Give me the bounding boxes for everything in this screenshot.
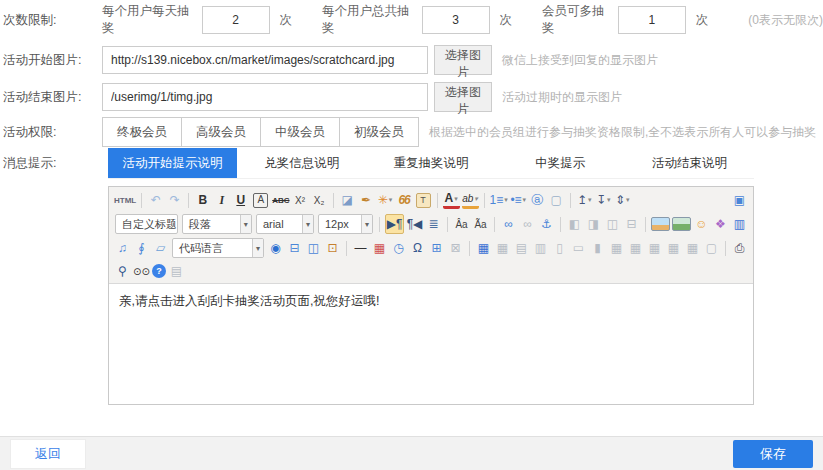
font-color-icon[interactable]: A▾ <box>443 192 460 209</box>
member-middle-button[interactable]: 中级会员 <box>260 117 340 147</box>
italic-icon[interactable]: I <box>213 191 230 209</box>
template-icon[interactable]: ⊡ <box>324 239 341 257</box>
editor-toolbar: HTML↶↷BIUAABCX²X₂◪✒✳▾66TA▾ab▾1≡▾•≡▾ⓐ▢↥▾↧… <box>109 187 753 284</box>
insert-image-icon[interactable] <box>651 217 670 231</box>
horizontal-rule-icon[interactable]: — <box>352 239 369 257</box>
insert-table-icon[interactable]: ▦ <box>475 239 492 257</box>
paragraph-select[interactable]: 段落▾ <box>182 214 252 234</box>
font-family-select[interactable]: arial▾ <box>256 214 314 234</box>
permission-label: 活动权限: <box>0 124 102 141</box>
member-extra-draw-input[interactable] <box>618 6 686 34</box>
calendar-icon[interactable]: ▦ <box>371 239 388 257</box>
tab-win-tip[interactable]: 中奖提示 <box>496 148 625 178</box>
member-junior-button[interactable]: 初级会员 <box>339 117 419 147</box>
top-spacing-icon[interactable]: ↥▾ <box>576 191 593 209</box>
chevron-down-icon[interactable]: ▾ <box>361 215 372 233</box>
member-senior-button[interactable]: 高级会员 <box>181 117 261 147</box>
ordered-list-icon[interactable]: 1≡▾ <box>490 191 508 209</box>
columns-icon[interactable]: ◫ <box>305 239 322 257</box>
preview-icon[interactable]: ⚲ <box>114 262 131 280</box>
find-replace-icon[interactable]: ⊙⊙ <box>133 262 150 280</box>
member-group: 终极会员高级会员中级会员初级会员 <box>102 117 419 147</box>
html-source-icon[interactable]: HTML <box>114 191 136 209</box>
toolbar-separator <box>333 193 334 208</box>
media-icon[interactable]: ▥ <box>731 215 748 233</box>
chevron-down-icon: ▾ <box>389 196 393 204</box>
anchor-a-icon[interactable]: ⓐ <box>529 191 546 209</box>
tab-activity-end[interactable]: 活动结束说明 <box>625 148 754 178</box>
chevron-down-icon[interactable]: ▾ <box>302 215 313 233</box>
chevron-down-icon[interactable]: ▾ <box>240 215 251 233</box>
ltr-paragraph-icon[interactable]: ▶¶ <box>385 214 404 234</box>
toolbar-separator <box>141 193 142 208</box>
toolbar-separator <box>346 241 347 256</box>
blank-page-icon[interactable]: ▢ <box>548 191 565 209</box>
chevron-down-icon[interactable]: ▾ <box>252 239 263 257</box>
underline-icon[interactable]: U <box>232 191 249 209</box>
line-height-icon[interactable]: ⇕▾ <box>614 191 631 209</box>
subscript-icon[interactable]: X₂ <box>311 191 328 209</box>
end-image-input[interactable] <box>102 83 428 111</box>
chart-icon[interactable]: ⊞ <box>428 239 445 257</box>
unordered-list-icon[interactable]: •≡▾ <box>510 191 527 209</box>
chevron-down-icon: ▾ <box>607 196 611 204</box>
rtl-paragraph-icon[interactable]: ¶◀ <box>406 215 423 233</box>
help-icon[interactable]: ? <box>152 264 166 278</box>
daily-draw-input-prefix-label: 每个用户每天抽奖 <box>102 3 192 37</box>
quick-format-icon[interactable]: ✳▾ <box>377 191 394 209</box>
superscript-icon[interactable]: X² <box>292 191 309 209</box>
daily-draw-input[interactable] <box>202 6 270 34</box>
font-size-select[interactable]: 12px▾ <box>318 214 373 234</box>
toolbar-separator <box>379 217 380 232</box>
palette-icon[interactable]: ❖ <box>712 215 729 233</box>
highlight-color-icon[interactable]: ab▾ <box>462 192 479 209</box>
case-lower-icon[interactable]: Ãa <box>472 215 489 233</box>
flash-icon[interactable]: ▱ <box>152 239 169 257</box>
back-button[interactable]: 返回 <box>10 439 86 469</box>
print-icon[interactable]: ⎙ <box>731 239 748 257</box>
end-image-hint: 活动过期时的显示图片 <box>502 89 622 106</box>
toolbar-separator <box>570 193 571 208</box>
link-icon[interactable]: ∞ <box>500 215 517 233</box>
tab-redeem-info[interactable]: 兑奖信息说明 <box>237 148 366 178</box>
case-upper-icon[interactable]: Âa <box>453 215 470 233</box>
redo-icon[interactable]: ↷ <box>166 191 183 209</box>
bottom-spacing-icon[interactable]: ↧▾ <box>595 191 612 209</box>
total-draw-input[interactable] <box>422 6 490 34</box>
special-char-icon[interactable]: Ω <box>409 239 426 257</box>
anchor-icon[interactable]: ⚓ <box>538 215 555 233</box>
editor-content[interactable]: 亲,请点击进入刮刮卡抽奖活动页面,祝您好运哦! <box>109 284 753 404</box>
image-library-icon[interactable] <box>672 217 691 231</box>
emoji-icon[interactable]: ☺ <box>693 215 710 233</box>
eraser-icon[interactable]: ◪ <box>339 191 356 209</box>
strikethrough-icon[interactable]: ABC <box>272 191 289 209</box>
attachment-icon[interactable]: ∮ <box>133 239 150 257</box>
char-border-icon[interactable]: A <box>253 193 268 208</box>
custom-heading-select[interactable]: 自定义标题▾ <box>115 214 178 234</box>
fullscreen-icon[interactable]: ▣ <box>731 191 748 209</box>
page-break-icon[interactable]: ⊟ <box>286 239 303 257</box>
member-ultimate-button[interactable]: 终极会员 <box>102 117 182 147</box>
paste-as-text-icon[interactable]: T <box>416 193 431 208</box>
footer-bar: 返回 保存 <box>0 436 823 470</box>
bold-icon[interactable]: B <box>194 191 211 209</box>
save-button[interactable]: 保存 <box>733 440 813 468</box>
code-language-select[interactable]: 代码语言▾ <box>172 238 264 258</box>
paste-icon: ▤ <box>168 262 185 280</box>
tab-activity-start-tip[interactable]: 活动开始提示说明 <box>108 148 237 178</box>
music-icon[interactable]: ♫ <box>114 239 131 257</box>
member-extra-draw-input-group: 会员可多抽奖次 <box>542 3 708 37</box>
code-icon[interactable]: ◉ <box>267 239 284 257</box>
start-image-hint: 微信上接受到回复的显示图片 <box>502 52 658 69</box>
undo-icon[interactable]: ↶ <box>147 191 164 209</box>
end-image-pick-button[interactable]: 选择图片 <box>434 82 492 112</box>
start-image-pick-button[interactable]: 选择图片 <box>434 45 492 75</box>
format-brush-icon[interactable]: ✒ <box>358 191 375 209</box>
start-image-input[interactable] <box>102 46 428 74</box>
code-language-select-value: 代码语言 <box>179 241 223 256</box>
paragraph-indent-icon[interactable]: ≣ <box>425 215 442 233</box>
clock-icon[interactable]: ◷ <box>390 239 407 257</box>
blockquote-icon[interactable]: 66 <box>396 191 413 209</box>
tab-repeat-draw[interactable]: 重复抽奖说明 <box>366 148 495 178</box>
merge-down-icon: ▦ <box>665 239 682 257</box>
